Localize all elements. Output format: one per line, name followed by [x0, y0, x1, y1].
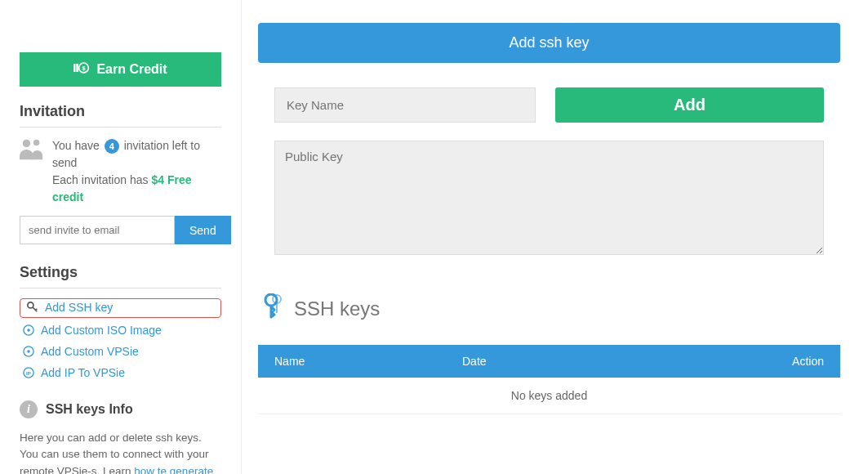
- keys-icon: [263, 293, 284, 324]
- info-body: Here you can add or delete ssh keys. You…: [20, 430, 221, 474]
- earn-credit-label: Earn Credit: [96, 62, 167, 77]
- people-icon: [20, 137, 44, 160]
- svg-rect-0: [73, 64, 76, 72]
- settings-item-add-ssh-key: Add SSH key: [20, 298, 221, 318]
- send-button[interactable]: Send: [175, 216, 231, 244]
- info-icon: i: [20, 400, 38, 418]
- settings-link-add-ssh-key[interactable]: Add SSH key: [27, 301, 113, 314]
- panel-title: Add ssh key: [258, 23, 840, 63]
- settings-label: Add Custom ISO Image: [41, 324, 162, 337]
- svg-point-10: [27, 350, 30, 353]
- col-action: Action: [726, 355, 824, 368]
- svg-point-4: [23, 140, 30, 147]
- key-icon: [27, 302, 38, 313]
- money-icon: $: [73, 62, 90, 77]
- svg-point-5: [33, 140, 40, 146]
- settings-link-add-ip[interactable]: IP Add IP To VPSie: [23, 366, 125, 379]
- svg-rect-1: [77, 64, 79, 72]
- invite-count-badge: 4: [105, 139, 119, 154]
- settings-list: Add SSH key Add Custom ISO Image Add Cus…: [20, 298, 221, 384]
- key-name-input[interactable]: [274, 87, 536, 123]
- add-button[interactable]: Add: [555, 87, 824, 123]
- info-heading: SSH keys Info: [46, 402, 133, 417]
- invitation-info: You have 4 invitation left to send Each …: [20, 137, 221, 206]
- disc-icon: [23, 346, 34, 357]
- invitation-heading: Invitation: [20, 103, 221, 127]
- settings-link-add-vpsie[interactable]: Add Custom VPSie: [23, 345, 139, 358]
- invite-prefix: You have: [52, 139, 100, 152]
- settings-label: Add SSH key: [45, 301, 113, 314]
- info-heading-row: i SSH keys Info: [20, 400, 221, 418]
- add-ssh-form: Add: [258, 87, 840, 277]
- sidebar: $ Earn Credit Invitation You have 4 invi…: [0, 0, 242, 474]
- settings-label: Add IP To VPSie: [41, 366, 125, 379]
- settings-item-add-vpsie: Add Custom VPSie: [20, 342, 221, 363]
- settings-label: Add Custom VPSie: [41, 345, 139, 358]
- settings-link-add-iso[interactable]: Add Custom ISO Image: [23, 324, 162, 337]
- public-key-textarea[interactable]: [274, 141, 824, 255]
- col-name: Name: [274, 355, 462, 368]
- invite-email-input[interactable]: [20, 216, 175, 244]
- settings-item-add-iso: Add Custom ISO Image: [20, 320, 221, 342]
- settings-item-add-ip: IP Add IP To VPSie: [20, 363, 221, 384]
- ip-icon: IP: [23, 367, 34, 378]
- invite-form: Send: [20, 216, 221, 244]
- svg-text:IP: IP: [26, 370, 31, 376]
- settings-heading: Settings: [20, 264, 221, 288]
- ssh-keys-table-header: Name Date Action: [258, 345, 840, 378]
- ssh-keys-heading-label: SSH keys: [294, 297, 380, 320]
- disc-icon: [23, 324, 34, 336]
- svg-point-8: [27, 329, 30, 332]
- svg-point-6: [28, 302, 33, 308]
- col-date: Date: [462, 355, 726, 368]
- svg-text:$: $: [82, 65, 87, 72]
- ssh-keys-heading: SSH keys: [263, 293, 840, 324]
- invite-line2-prefix: Each invitation has: [52, 173, 149, 186]
- empty-keys-row: No keys added: [258, 378, 840, 414]
- earn-credit-button[interactable]: $ Earn Credit: [20, 52, 221, 87]
- main-panel: Add ssh key Add SSH keys Name Date Actio…: [242, 0, 868, 474]
